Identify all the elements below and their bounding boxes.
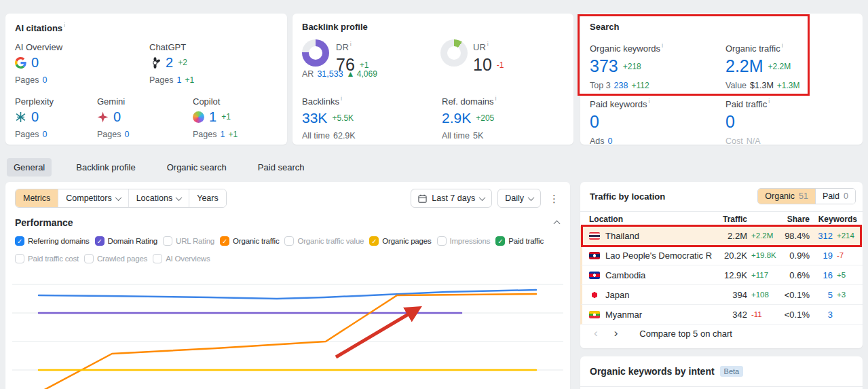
location-table-footer: ‹ › Compare top 5 on chart [590, 325, 732, 341]
checkbox-organic-pages[interactable]: ✓Organic pages [369, 236, 431, 246]
japan-flag-icon [589, 291, 600, 299]
pages-count[interactable]: 1 [176, 75, 181, 85]
beta-badge: Beta [720, 366, 744, 377]
search-card: Search Organic keywordsi 373+218 Top 323… [580, 14, 863, 145]
paid-keywords-value[interactable]: 0 [590, 113, 599, 130]
keywords-link[interactable]: 19 [810, 251, 833, 261]
location-row-thailand[interactable]: Thailand 2.2M +2.2M 98.4% 312 +214 [580, 226, 863, 246]
chevron-down-icon [528, 194, 535, 201]
checkbox-icon [437, 236, 447, 246]
collapse-section-icon[interactable] [554, 221, 561, 227]
ar-delta: ▲ 4,069 [347, 69, 377, 79]
checkbox-paid-traffic[interactable]: ✓Paid traffic [495, 236, 544, 246]
location-row-myanmar[interactable]: Myanmar 342 -11 <0.1% 3 [580, 305, 863, 325]
gemini-count[interactable]: 0 [113, 110, 121, 124]
tab-paid-search[interactable]: Paid search [251, 158, 312, 177]
prev-page-icon[interactable]: ‹ [590, 327, 602, 340]
checkbox-icon: ✓ [220, 236, 229, 246]
chevron-down-icon [115, 194, 121, 201]
info-icon[interactable]: i [341, 95, 342, 102]
checkbox-icon: ✓ [369, 236, 379, 246]
keywords-link[interactable]: 16 [810, 270, 833, 280]
toggle-organic[interactable]: Organic51 [758, 189, 815, 204]
paid-traffic-value[interactable]: 0 [725, 113, 735, 130]
ar-value[interactable]: 31,533 [317, 69, 343, 79]
checkbox-referring-domains[interactable]: ✓Referring domains [15, 236, 90, 246]
organic-traffic-value[interactable]: 2.2M [725, 58, 763, 75]
organic-keywords-value[interactable]: 373 [590, 58, 618, 75]
info-icon[interactable]: i [350, 41, 352, 48]
metric-checkbox-row-2: Paid traffic cost Crawled pages AI Overv… [15, 254, 210, 263]
years-button[interactable]: Years [189, 189, 226, 207]
checkbox-icon [163, 236, 172, 246]
compare-top5-link[interactable]: Compare top 5 on chart [639, 329, 732, 339]
info-icon[interactable]: i [487, 41, 489, 48]
next-page-icon[interactable]: › [610, 327, 622, 340]
backlinks-value[interactable]: 33K [302, 111, 327, 125]
chatgpt-count[interactable]: 2 [166, 56, 173, 69]
granularity-dropdown[interactable]: Daily [497, 189, 541, 208]
checkbox-icon: ✓ [495, 236, 505, 246]
performance-chart[interactable] [5, 265, 570, 389]
tab-organic-search[interactable]: Organic search [160, 158, 233, 177]
pages-count[interactable]: 0 [42, 75, 47, 85]
checkbox-crawled-pages[interactable]: Crawled pages [84, 254, 147, 263]
pages-count[interactable]: 0 [42, 130, 47, 139]
checkbox-url-rating[interactable]: URL Rating [163, 236, 214, 246]
competitors-dropdown[interactable]: Competitors [58, 189, 128, 207]
info-icon[interactable]: i [768, 98, 770, 105]
info-icon[interactable]: i [782, 42, 783, 49]
tab-general[interactable]: General [7, 158, 52, 177]
checkbox-impressions[interactable]: Impressions [437, 236, 491, 246]
ai-citations-title: AI citations [15, 23, 62, 33]
location-row-cambodia[interactable]: Cambodia 12.9K +117 0.6% 16 +5 [580, 265, 863, 285]
pages-count[interactable]: 0 [124, 130, 129, 139]
copilot-icon [193, 111, 204, 123]
checkbox-icon [153, 254, 162, 263]
ads-value[interactable]: 0 [608, 136, 613, 146]
keywords-link[interactable]: 3 [810, 310, 833, 320]
copilot-count[interactable]: 1 [209, 110, 216, 124]
perplexity-count[interactable]: 0 [31, 110, 39, 124]
laos-flag-icon [589, 252, 600, 259]
more-options-button[interactable]: ⋮ [546, 193, 562, 204]
chatgpt-icon [149, 57, 161, 69]
ai-overview-count[interactable]: 0 [31, 56, 39, 69]
location-table-header: Location Traffic Share Keywords [580, 212, 863, 227]
info-icon[interactable]: i [649, 98, 650, 105]
keywords-link[interactable]: 312 [810, 231, 833, 241]
traffic-by-location-card: Traffic by location Organic51 Paid0 Loca… [580, 182, 863, 348]
cambodia-flag-icon [589, 272, 600, 279]
ai-item-gemini: Gemini 0 Pages0 [97, 96, 132, 139]
locations-dropdown[interactable]: Locations [128, 189, 189, 207]
checkbox-ai-overviews[interactable]: AI Overviews [153, 254, 210, 263]
metrics-button[interactable]: Metrics [16, 189, 58, 207]
backlink-profile-card: Backlink profile DRi 76+1 AR 31,533 ▲ 4,… [293, 14, 573, 145]
top3-value[interactable]: 238 [614, 81, 628, 90]
tab-backlink-profile[interactable]: Backlink profile [69, 158, 142, 177]
traffic-by-location-title: Traffic by location [590, 191, 665, 202]
thailand-flag-icon [589, 232, 600, 240]
ai-item-perplexity: Perplexity 0 Pages0 [15, 96, 54, 139]
pages-count[interactable]: 1 [220, 130, 225, 139]
ai-item-copilot: Copilot 1 +1 Pages1+1 [193, 96, 238, 139]
info-icon[interactable]: i [495, 95, 497, 102]
location-row-laos[interactable]: Lao People's Democratic Reput 20.2K +19.… [580, 246, 863, 265]
annotation-arrow [336, 309, 417, 357]
info-icon[interactable]: i [64, 22, 65, 29]
ai-item-ai-overview: AI Overview 0 Pages0 [15, 42, 62, 85]
search-title: Search [590, 22, 619, 32]
checkbox-paid-traffic-cost[interactable]: Paid traffic cost [15, 254, 79, 263]
checkbox-domain-rating[interactable]: ✓Domain Rating [95, 236, 157, 246]
ref-domains-value[interactable]: 2.9K [442, 111, 471, 125]
ai-item-chatgpt: ChatGPT 2 +2 Pages1+1 [149, 42, 194, 85]
location-row-japan[interactable]: Japan 394 +108 <0.1% 5 +3 [580, 285, 863, 305]
chart-filters: Metrics Competitors Locations Years [15, 189, 227, 208]
toggle-paid[interactable]: Paid0 [815, 189, 855, 204]
date-range-dropdown[interactable]: Last 7 days [411, 189, 492, 208]
checkbox-organic-traffic[interactable]: ✓Organic traffic [220, 236, 279, 246]
info-icon[interactable]: i [662, 42, 663, 49]
checkbox-organic-traffic-value[interactable]: Organic traffic value [284, 236, 364, 246]
chevron-down-icon [479, 194, 486, 201]
keywords-link[interactable]: 5 [810, 290, 833, 300]
